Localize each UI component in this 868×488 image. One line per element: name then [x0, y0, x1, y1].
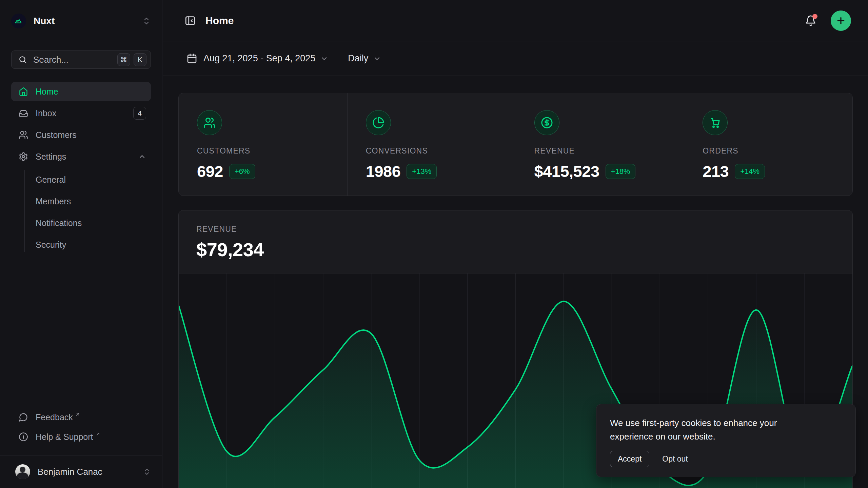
sidebar-item-members[interactable]: Members [36, 190, 151, 212]
workspace-name: Nuxt [34, 16, 55, 26]
kbd-k: K [134, 53, 146, 66]
page-header: Home [163, 0, 868, 41]
sidebar-nav: Home Inbox 4 Customers Settings General … [11, 82, 151, 256]
stat-value: 1986 [366, 162, 401, 181]
sidebar-item-notifications[interactable]: Notifications [36, 212, 151, 234]
sidebar-item-home[interactable]: Home [11, 82, 151, 101]
stat-delta-badge: +18% [606, 164, 636, 179]
sidebar-item-label: Members [36, 197, 71, 206]
user-name: Benjamin Canac [38, 467, 102, 477]
chat-bubble-icon [19, 412, 28, 422]
avatar [15, 464, 30, 479]
stat-delta-badge: +6% [229, 164, 255, 179]
feedback-label: Feedback [36, 412, 73, 422]
info-circle-icon [19, 432, 28, 442]
sidebar-item-label: Settings [36, 152, 66, 162]
chevron-down-icon[interactable] [373, 55, 381, 63]
date-range-picker[interactable]: Aug 21, 2025 - Sep 4, 2025 [203, 53, 315, 64]
workspace-switcher[interactable]: Nuxt [11, 10, 151, 32]
sidebar-item-inbox[interactable]: Inbox 4 [11, 104, 151, 123]
plus-icon [836, 16, 846, 26]
stat-value: $415,523 [534, 162, 599, 181]
cookie-actions: Accept Opt out [610, 451, 842, 467]
sidebar-divider [0, 455, 162, 455]
sidebar-item-label: Inbox [36, 108, 56, 118]
stat-card-orders[interactable]: ORDERS 213 +14% [684, 93, 852, 196]
stat-label: CUSTOMERS [197, 146, 347, 156]
feedback-link[interactable]: Feedback [11, 407, 151, 427]
chevrons-up-down-icon[interactable] [142, 17, 151, 25]
stats-cards: CUSTOMERS 692 +6% CONVERSIONS 1986 +13% … [178, 93, 853, 196]
users-icon [197, 110, 222, 135]
external-link-icon [75, 412, 80, 417]
sidebar-item-settings[interactable]: Settings [11, 147, 151, 166]
stat-card-revenue[interactable]: REVENUE $415,523 +18% [516, 93, 684, 196]
help-support-label: Help & Support [36, 432, 93, 442]
inbox-count-badge: 4 [133, 107, 146, 120]
help-support-link[interactable]: Help & Support [11, 427, 151, 447]
sidebar-footer: Feedback Help & Support [11, 407, 151, 447]
sidebar-item-label: Security [36, 240, 66, 250]
external-link-icon [95, 431, 101, 437]
sidebar-item-security[interactable]: Security [36, 234, 151, 256]
collapse-sidebar-icon[interactable] [184, 15, 196, 26]
stat-delta-badge: +14% [735, 164, 765, 179]
dollar-circle-icon [534, 110, 559, 135]
kbd-meta: ⌘ [117, 53, 130, 66]
accept-button[interactable]: Accept [610, 451, 649, 467]
settings-children: General Members Notifications Security [11, 169, 151, 256]
stat-value: 692 [197, 162, 223, 181]
period-select[interactable]: Daily [348, 53, 368, 64]
sidebar: Nuxt Search... ⌘ K Home Inbox 4 Customer… [0, 0, 162, 488]
notification-dot [812, 14, 817, 19]
chevrons-up-down-icon [143, 468, 151, 476]
sidebar-item-label: Home [36, 87, 58, 97]
home-icon [19, 87, 28, 96]
cookie-banner: We use first-party cookies to enhance yo… [596, 404, 856, 477]
cart-icon [703, 110, 728, 135]
stat-card-customers[interactable]: CUSTOMERS 692 +6% [179, 93, 347, 196]
revenue-label: REVENUE [196, 225, 852, 234]
sidebar-item-label: Notifications [36, 218, 82, 228]
chevron-down-icon[interactable] [320, 55, 328, 63]
stat-delta-badge: +13% [407, 164, 437, 179]
sidebar-item-general[interactable]: General [36, 169, 151, 190]
sidebar-item-customers[interactable]: Customers [11, 125, 151, 144]
sidebar-item-label: General [36, 175, 66, 185]
search-placeholder: Search... [33, 55, 68, 65]
stat-label: ORDERS [703, 146, 852, 156]
chevron-up-icon [138, 152, 146, 161]
pie-chart-icon [366, 110, 391, 135]
search-input[interactable]: Search... ⌘ K [11, 50, 151, 69]
add-button[interactable] [831, 11, 851, 31]
stat-label: CONVERSIONS [366, 146, 516, 156]
opt-out-button[interactable]: Opt out [662, 454, 688, 464]
nuxt-logo [11, 14, 26, 28]
stat-label: REVENUE [534, 146, 684, 156]
inbox-icon [19, 108, 28, 118]
stat-value: 213 [703, 162, 729, 181]
filters-bar: Aug 21, 2025 - Sep 4, 2025 Daily [163, 41, 868, 76]
revenue-chart-header: REVENUE $79,234 [179, 210, 852, 273]
cookie-message: We use first-party cookies to enhance yo… [610, 416, 817, 443]
calendar-icon [186, 53, 197, 64]
sidebar-item-label: Customers [36, 130, 77, 140]
user-menu[interactable]: Benjamin Canac [11, 461, 151, 483]
page-title: Home [205, 15, 234, 26]
revenue-total: $79,234 [196, 239, 852, 261]
gear-icon [19, 152, 28, 161]
search-shortcut: ⌘ K [117, 53, 146, 66]
search-icon [18, 55, 27, 64]
stat-card-conversions[interactable]: CONVERSIONS 1986 +13% [347, 93, 516, 196]
notifications-button[interactable] [805, 15, 816, 26]
users-icon [19, 130, 28, 140]
header-actions [805, 11, 851, 31]
